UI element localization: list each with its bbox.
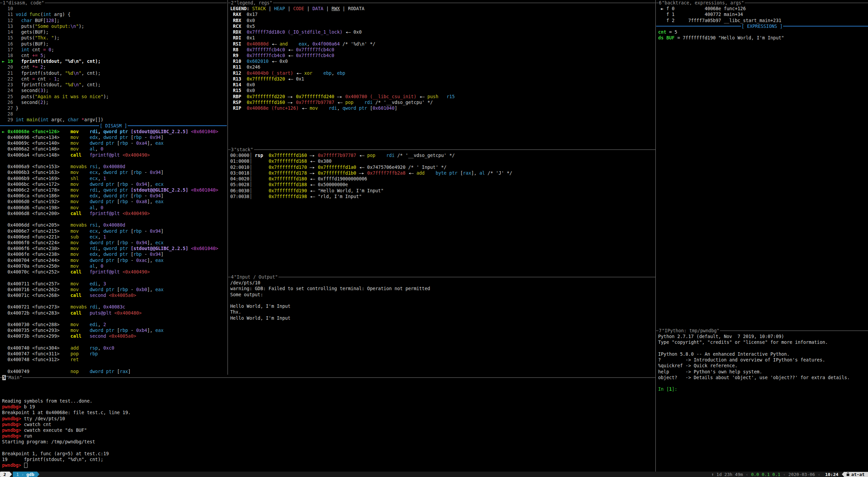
text-segment xyxy=(87,304,90,310)
text-segment: │ xyxy=(249,165,252,170)
text-segment: r15 xyxy=(447,94,455,99)
pane-backtrace-expressions[interactable]: 6"backtrace, expressions, args" ► f 0 40… xyxy=(656,0,868,328)
text-segment xyxy=(79,188,90,193)
text-segment: 0x4006d8 <func+200> xyxy=(2,211,71,216)
text-segment: R12 xyxy=(230,71,244,76)
text-segment: rdi xyxy=(90,304,98,310)
text-segment: 2 xyxy=(103,322,106,327)
text-segment: ecx xyxy=(90,229,98,234)
text-segment: b 19 xyxy=(24,404,35,409)
text-segment: , xyxy=(95,264,101,269)
text-segment: │ xyxy=(249,176,252,181)
terminal-line: RAX 0x17 xyxy=(230,12,655,17)
text-segment: 0x400747 <func+311> xyxy=(2,351,71,356)
text-segment: argv[]) xyxy=(84,117,103,122)
text-segment: 0x0 xyxy=(244,18,255,23)
text-segment: | xyxy=(323,6,331,11)
text-segment: 0x7ffff7fcb4c0 xyxy=(247,47,285,52)
text-segment: dword ptr xyxy=(103,252,131,257)
text-segment: ecx xyxy=(90,170,98,175)
text-segment: <0x601040> xyxy=(191,246,218,251)
text-segment xyxy=(79,205,90,210)
text-segment: object? -> Details about 'object', use '… xyxy=(658,375,850,380)
text-segment: 0x40070c <func+252> xyxy=(2,269,71,275)
load-average: 0.0 0.1 0.1 xyxy=(751,472,780,477)
terminal-line: 0x400749 nop dword ptr [rax] xyxy=(2,369,227,374)
text-segment: ; xyxy=(51,47,54,52)
text-segment: 15 xyxy=(2,35,16,40)
terminal-line: R8 0x7ffff7fcb4c0 ◂— 0x7ffff7fcb4c0 xyxy=(230,47,655,53)
text-segment: fprintf(stdout, xyxy=(16,82,65,87)
text-segment: mov xyxy=(71,322,79,327)
terminal-line: 27 } xyxy=(2,105,227,111)
terminal-line xyxy=(2,158,227,164)
text-segment: 0x400735 <func+293> xyxy=(2,328,71,333)
text-segment: call xyxy=(71,311,82,316)
text-segment: ◂— 0x50000000e xyxy=(307,182,348,187)
text-segment: R15 xyxy=(230,88,244,93)
ipython-console[interactable]: Python 2.7.17 (default, Nov 7 2019, 10:0… xyxy=(656,334,868,392)
text-segment: ◂— xyxy=(293,71,304,76)
text-segment: 0x4006ed <func+221> xyxy=(2,234,71,240)
text-segment: /* '__vdso_getcpu' */ xyxy=(395,153,455,158)
pane-main-gdb[interactable]: 5"Main" Reading symbols from test...done… xyxy=(0,375,655,472)
text-segment: │ xyxy=(249,159,252,164)
text-segment: int xyxy=(21,47,29,52)
text-segment: RSI xyxy=(230,41,244,47)
pane-title-disasm-code: 1"disasm, code" xyxy=(0,0,227,6)
uptime-arrow-icon: ↑ xyxy=(711,472,714,477)
text-segment: [ xyxy=(131,193,133,198)
disasm-section-divider: [ DISASM ] xyxy=(0,123,227,129)
text-segment: 0x5 xyxy=(244,24,255,29)
terminal-line: pwndbg> b 19 xyxy=(2,404,655,410)
text-segment: ); xyxy=(79,24,84,29)
terminal-line: f 2 7ffff7a05b97 __libc_start_main+231 xyxy=(658,18,868,23)
text-segment: │ xyxy=(249,188,252,193)
gdb-console[interactable]: Reading symbols from test...done.pwndbg>… xyxy=(0,381,655,468)
terminal-line: warning: GDB: Failed to set controlling … xyxy=(230,286,655,292)
terminal-line: 0x400704 <func+244> mov dword ptr [rbp -… xyxy=(2,258,227,263)
text-segment: ] xyxy=(395,106,397,111)
text-segment: - xyxy=(128,199,136,204)
text-segment: BUF[ xyxy=(32,18,46,23)
text-segment: mov xyxy=(71,199,79,204)
text-segment: 0x4f000a64 xyxy=(312,41,340,47)
pane-border-vertical-left[interactable] xyxy=(228,0,228,375)
text-segment: 0x0 xyxy=(244,88,255,93)
text-segment: rax xyxy=(463,171,471,176)
terminal-line xyxy=(2,392,655,398)
pane-stack[interactable]: 3"stack" 00:0000│ rsp 0x7fffffffd160 —▸ … xyxy=(228,147,655,274)
pane-input-output[interactable]: 4"Input / Output" /dev/pts/10warning: GD… xyxy=(228,274,655,375)
text-segment: call xyxy=(71,293,82,298)
text-segment: nop xyxy=(71,369,79,374)
text-segment: Hello World, I'm Input xyxy=(230,304,290,309)
text-segment xyxy=(79,129,90,134)
text-segment: CODE xyxy=(293,6,304,11)
expressions-section-divider: [ EXPRESSIONS ] xyxy=(656,23,868,29)
pane-disasm-code[interactable]: 1"disasm, code" 10 11 void func(int arg)… xyxy=(0,0,227,375)
text-segment: * xyxy=(82,117,84,122)
window-tab-gdb[interactable]: 1 › gdb xyxy=(13,472,37,477)
terminal-line: R14 0x0 xyxy=(230,82,655,88)
text-segment: cwatch cnt xyxy=(24,422,52,427)
terminal-line: 29 int main(int argc, char *argv[]) xyxy=(2,117,227,123)
text-segment: In [ xyxy=(658,387,669,392)
text-segment: ], xyxy=(147,328,155,333)
text-segment: mov xyxy=(71,193,79,198)
terminal-line: 0x400740 <func+304> add rsp, 0xc0 xyxy=(2,345,227,351)
text-segment xyxy=(438,94,447,99)
terminal-line: 25 puts("Again as it was so nice"); xyxy=(2,94,227,100)
text-segment: ] xyxy=(161,135,164,140)
terminal-line: LEGEND: STACK | HEAP | CODE | DATA | RWX… xyxy=(230,6,655,12)
pane-legend-regs[interactable]: 2"legend, regs" LEGEND: STACK | HEAP | C… xyxy=(228,0,655,147)
text-segment: - xyxy=(128,240,136,245)
pane-border-vertical-right[interactable] xyxy=(655,0,656,472)
text-segment: add xyxy=(416,171,424,176)
text-segment xyxy=(269,71,271,76)
window-name: gdb xyxy=(26,472,34,477)
text-segment: 0x400716 <func+262> xyxy=(2,287,71,292)
text-segment: cwatch execute "ds BUF" xyxy=(24,428,87,433)
session-badge[interactable]: 2 xyxy=(0,472,10,477)
pane-ipython[interactable]: 7"IPython: tmp/pwndbg" Python 2.7.17 (de… xyxy=(656,328,868,472)
text-segment: RWX xyxy=(331,6,340,11)
